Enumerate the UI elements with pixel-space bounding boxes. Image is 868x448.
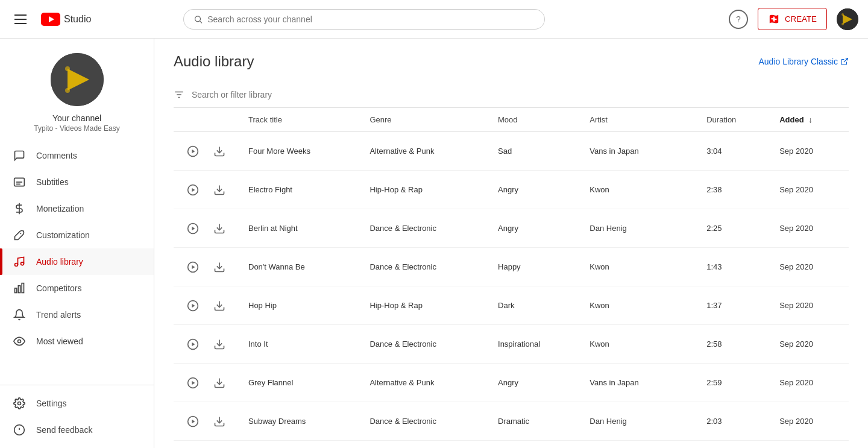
track-artist: Kwon [580,171,697,209]
sidebar-item-most-viewed[interactable]: Most viewed [0,328,154,355]
channel-avatar[interactable] [51,53,104,106]
download-button[interactable] [210,257,229,277]
download-button[interactable] [210,412,229,431]
play-button[interactable] [183,219,203,238]
track-actions-cell [174,325,239,364]
track-body: Four More Weeks Alternative & Punk Sad V… [174,132,849,449]
track-duration: 3:04 [697,132,770,171]
track-mood: Happy [488,441,580,449]
help-icon-label: ? [736,14,741,24]
track-actions [183,142,229,161]
track-actions-cell [174,132,239,171]
filter-icon [174,89,184,100]
sidebar-item-comments[interactable]: Comments [0,142,154,169]
track-mood: Sad [488,132,580,171]
svg-point-11 [65,88,70,93]
track-added: Sep 2020 [770,132,849,171]
download-button[interactable] [210,335,229,354]
download-button[interactable] [210,296,229,315]
svg-marker-44 [192,303,195,308]
search-input[interactable] [207,14,535,24]
sidebar-item-monetization[interactable]: Monetization [0,195,154,222]
help-button[interactable]: ? [729,10,748,29]
play-button[interactable] [183,373,203,393]
download-button[interactable] [210,180,229,200]
track-artist: Dan Henig [580,209,697,248]
sidebar-label-comments: Comments [36,151,77,160]
track-mood: Dramatic [488,402,580,441]
col-mood: Mood [488,108,580,132]
track-artist: Kwon [580,325,697,364]
svg-marker-38 [192,226,195,230]
sidebar-item-trend-alerts[interactable]: Trend alerts [0,301,154,328]
sidebar-item-send-feedback[interactable]: Send feedback [0,417,154,443]
sidebar-label-monetization: Monetization [36,204,84,213]
track-genre: Alternative & Punk [360,132,488,171]
classic-link[interactable]: Audio Library Classic [759,57,849,66]
track-actions [183,219,229,238]
play-button[interactable] [183,335,203,354]
menu-button[interactable] [10,10,31,29]
create-button[interactable]: 🇨🇭 CREATE [758,8,827,30]
dollar-icon [12,203,27,215]
app-header: Studio ? 🇨🇭 CREATE [0,0,868,39]
download-button[interactable] [210,373,229,393]
flag-icon: 🇨🇭 [768,13,780,25]
avatar-icon [837,8,858,30]
track-title: Grey Flannel [239,364,360,402]
download-button[interactable] [210,142,229,161]
channel-subtitle: Typito - Videos Made Easy [34,124,120,133]
svg-line-27 [844,58,848,62]
filter-input[interactable] [192,90,849,99]
play-button[interactable] [183,180,203,200]
table-row: Grey Flannel Alternative & Punk Angry Va… [174,364,849,402]
table-row: MydNyte Dance & Electronic Happy Noir Et… [174,441,849,449]
track-title: MydNyte [239,441,360,449]
svg-marker-47 [192,342,195,346]
svg-marker-50 [192,380,195,385]
header-right: ? 🇨🇭 CREATE [729,8,858,30]
track-duration: 1:43 [697,248,770,286]
track-genre: Dance & Electronic [360,402,488,441]
col-added[interactable]: Added ↓ [770,108,849,132]
track-duration: 2:03 [697,402,770,441]
table-row: Subway Dreams Dance & Electronic Dramati… [174,402,849,441]
sidebar-item-subtitles[interactable]: Subtitles [0,169,154,195]
table-row: Berlin at Night Dance & Electronic Angry… [174,209,849,248]
channel-name: Your channel [52,113,101,123]
download-button[interactable] [210,219,229,238]
svg-point-18 [21,262,24,265]
header-row: Track title Genre Mood Artist Duration A… [174,108,849,132]
main-content: Audio library Audio Library Classic [154,39,868,448]
track-genre: Dance & Electronic [360,248,488,286]
track-actions-cell [174,171,239,209]
svg-marker-35 [192,188,195,192]
sidebar-label-audio-library: Audio library [36,257,83,267]
youtube-logo-icon [41,13,60,26]
play-button[interactable] [183,412,203,431]
track-mood: Inspirational [488,325,580,364]
svg-point-2 [195,16,200,21]
avatar[interactable] [837,8,858,30]
subtitles-icon [12,176,27,188]
sidebar-item-competitors[interactable]: Competitors [0,275,154,301]
play-button[interactable] [183,257,203,277]
track-actions [183,257,229,277]
svg-point-17 [15,263,18,267]
track-title: Into It [239,325,360,364]
col-track: Track title [239,108,360,132]
table-row: Don't Wanna Be Dance & Electronic Happy … [174,248,849,286]
sidebar-item-audio-library[interactable]: Audio library [0,248,154,275]
play-button[interactable] [183,296,203,315]
sidebar-item-customization[interactable]: Customization [0,222,154,248]
sidebar-item-settings[interactable]: Settings [0,390,154,417]
search-bar[interactable] [183,9,545,30]
channel-info: Your channel Typito - Videos Made Easy [0,39,154,142]
track-title: Hop Hip [239,286,360,325]
sidebar-label-competitors: Competitors [36,283,81,293]
logo[interactable]: Studio [41,13,91,26]
play-button[interactable] [183,142,203,161]
track-added: Sep 2020 [770,286,849,325]
filter-bar[interactable] [174,82,849,108]
track-mood: Angry [488,209,580,248]
